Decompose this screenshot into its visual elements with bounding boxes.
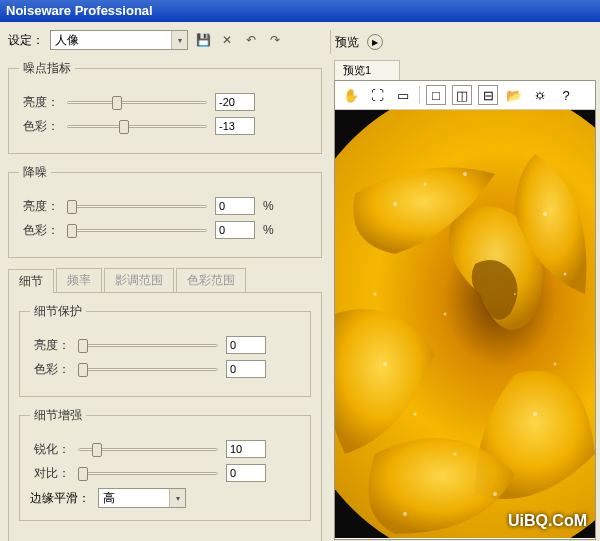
de-edge-input[interactable]	[99, 491, 169, 505]
svg-point-10	[493, 492, 497, 496]
dn-brightness-label: 亮度：	[19, 198, 59, 215]
tab-frequency[interactable]: 频率	[56, 268, 102, 292]
noise-target-legend: 噪点指标	[19, 60, 75, 77]
percent-label: %	[263, 199, 274, 213]
view-split-v-icon[interactable]: ⊟	[478, 85, 498, 105]
nt-brightness-value[interactable]	[215, 93, 255, 111]
dp-color-row: 色彩：	[30, 360, 300, 378]
svg-point-16	[403, 512, 407, 516]
nt-brightness-label: 亮度：	[19, 94, 59, 111]
settings-label: 设定：	[8, 32, 44, 49]
de-sharpen-label: 锐化：	[30, 441, 70, 458]
detail-protect-legend: 细节保护	[30, 303, 86, 320]
preset-combo[interactable]: ▾	[50, 30, 188, 50]
dn-color-label: 色彩：	[19, 222, 59, 239]
de-contrast-value[interactable]	[226, 464, 266, 482]
svg-point-4	[463, 172, 467, 176]
nt-color-slider[interactable]	[67, 117, 207, 135]
svg-point-9	[533, 412, 537, 416]
svg-point-3	[424, 183, 427, 186]
dn-color-value[interactable]	[215, 221, 255, 239]
tab-content: 细节保护 亮度： 色彩： 细节增强 锐化：	[8, 293, 322, 541]
nt-color-value[interactable]	[215, 117, 255, 135]
svg-point-7	[383, 362, 387, 366]
de-edge-combo[interactable]: ▾	[98, 488, 186, 508]
dn-color-slider[interactable]	[67, 221, 207, 239]
detail-enhance-legend: 细节增强	[30, 407, 86, 424]
tab-color[interactable]: 色彩范围	[176, 268, 246, 292]
right-panel: 预览 ▶ 预览1 ✋ ⛶ ▭ □ ◫ ⊟ 📂 ⛭ ?	[330, 22, 600, 541]
denoise-group: 降噪 亮度： % 色彩： %	[8, 164, 322, 258]
dn-color-row: 色彩： %	[19, 221, 311, 239]
dp-color-label: 色彩：	[30, 361, 70, 378]
title-bar: Noiseware Professional	[0, 0, 600, 22]
de-edge-label: 边缘平滑：	[30, 490, 90, 507]
denoise-legend: 降噪	[19, 164, 51, 181]
preview-label: 预览	[335, 34, 359, 51]
help-icon[interactable]: ?	[556, 85, 576, 105]
play-icon[interactable]: ▶	[367, 34, 383, 50]
undo-icon[interactable]: ↶	[242, 31, 260, 49]
nt-brightness-slider[interactable]	[67, 93, 207, 111]
rose-image	[335, 110, 595, 538]
svg-point-15	[454, 453, 457, 456]
svg-point-8	[414, 413, 417, 416]
nt-color-row: 色彩：	[19, 117, 311, 135]
svg-point-14	[554, 363, 557, 366]
de-sharpen-value[interactable]	[226, 440, 266, 458]
de-edge-row: 边缘平滑： ▾	[30, 488, 300, 508]
svg-point-11	[444, 313, 447, 316]
de-sharpen-slider[interactable]	[78, 440, 218, 458]
de-contrast-slider[interactable]	[78, 464, 218, 482]
nt-color-label: 色彩：	[19, 118, 59, 135]
settings-row: 设定： ▾ 💾 ✕ ↶ ↷	[8, 30, 322, 50]
crop-icon[interactable]: ▭	[393, 85, 413, 105]
delete-icon[interactable]: ✕	[218, 31, 236, 49]
marquee-icon[interactable]: ⛶	[367, 85, 387, 105]
redo-icon[interactable]: ↷	[266, 31, 284, 49]
nt-brightness-row: 亮度：	[19, 93, 311, 111]
folder-icon[interactable]: 📂	[504, 85, 524, 105]
preview-tab[interactable]: 预览1	[334, 60, 400, 80]
hand-icon[interactable]: ✋	[341, 85, 361, 105]
svg-point-5	[543, 212, 547, 216]
preview-toolbar: ✋ ⛶ ▭ □ ◫ ⊟ 📂 ⛭ ?	[335, 81, 595, 110]
dn-brightness-slider[interactable]	[67, 197, 207, 215]
main-container: 设定： ▾ 💾 ✕ ↶ ↷ 噪点指标 亮度： 色彩： 降噪	[0, 22, 600, 541]
dn-brightness-row: 亮度： %	[19, 197, 311, 215]
app-title: Noiseware Professional	[6, 3, 153, 18]
image-area[interactable]: UiBQ.CoM	[335, 110, 595, 538]
preset-input[interactable]	[51, 33, 171, 47]
view-split-h-icon[interactable]: ◫	[452, 85, 472, 105]
preview-box: ✋ ⛶ ▭ □ ◫ ⊟ 📂 ⛭ ?	[334, 80, 596, 540]
tab-tonal[interactable]: 影调范围	[104, 268, 174, 292]
percent-label-2: %	[263, 223, 274, 237]
settings-icon[interactable]: ⛭	[530, 85, 550, 105]
detail-protect-group: 细节保护 亮度： 色彩：	[19, 303, 311, 397]
de-contrast-row: 对比：	[30, 464, 300, 482]
dp-color-value[interactable]	[226, 360, 266, 378]
dp-brightness-value[interactable]	[226, 336, 266, 354]
watermark: UiBQ.CoM	[508, 512, 587, 530]
noise-target-group: 噪点指标 亮度： 色彩：	[8, 60, 322, 154]
tab-bar: 细节 频率 影调范围 色彩范围	[8, 268, 322, 293]
de-sharpen-row: 锐化：	[30, 440, 300, 458]
left-panel: 设定： ▾ 💾 ✕ ↶ ↷ 噪点指标 亮度： 色彩： 降噪	[0, 22, 330, 541]
separator	[419, 86, 420, 104]
save-icon[interactable]: 💾	[194, 31, 212, 49]
dp-brightness-label: 亮度：	[30, 337, 70, 354]
de-edge-dropdown-icon[interactable]: ▾	[169, 489, 185, 507]
svg-point-13	[374, 293, 377, 296]
de-contrast-label: 对比：	[30, 465, 70, 482]
tab-detail[interactable]: 细节	[8, 269, 54, 293]
svg-point-12	[514, 293, 516, 295]
dp-brightness-row: 亮度：	[30, 336, 300, 354]
dp-color-slider[interactable]	[78, 360, 218, 378]
detail-enhance-group: 细节增强 锐化： 对比： 边缘平滑： ▾	[19, 407, 311, 521]
svg-point-2	[393, 202, 397, 206]
preset-dropdown-icon[interactable]: ▾	[171, 31, 187, 49]
dp-brightness-slider[interactable]	[78, 336, 218, 354]
dn-brightness-value[interactable]	[215, 197, 255, 215]
svg-point-6	[564, 273, 567, 276]
view-single-icon[interactable]: □	[426, 85, 446, 105]
